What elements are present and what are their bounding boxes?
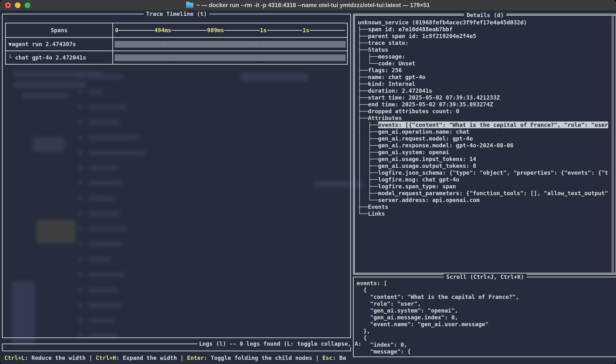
details-line[interactable]: ├──trace state: — [358, 39, 608, 46]
details-line[interactable]: ├──start time: 2025-05-02 07:39:33.42123… — [358, 94, 608, 101]
statusbar-keybind: Esc — [322, 355, 333, 361]
right-column: Details (d) unknown_service (01968fefb4a… — [353, 14, 616, 364]
timeline-dash-line — [309, 30, 345, 31]
details-panel[interactable]: Details (d) unknown_service (01968fefb4a… — [353, 14, 616, 275]
scroll-json-content[interactable]: events: [ { "content": "What is the capi… — [354, 277, 616, 356]
details-line[interactable]: │ ├──gen_ai.usage.output_tokens: 8 — [358, 162, 608, 169]
details-line[interactable]: │ ├──model_request_parameters: {"functio… — [358, 190, 608, 197]
logs-panel[interactable]: Logs (l) -- 0 logs found (L: toggle coll… — [2, 343, 351, 351]
status-bar: Ctrl+L: Reduce the width | Ctrl+H: Expan… — [2, 354, 351, 361]
span-row[interactable]: └ chat gpt-4o 2.472041s — [6, 51, 347, 64]
span-row[interactable]: ▼agent run 2.474307s — [6, 37, 347, 51]
details-line[interactable]: ├──name: chat gpt-4o — [358, 74, 608, 80]
timeline-tick: 494ms — [154, 27, 171, 34]
details-line[interactable]: │ └──code: Unset — [358, 60, 608, 67]
details-line[interactable]: ├──Status — [358, 46, 608, 53]
details-line[interactable]: ├──duration: 2.472041s — [358, 87, 608, 94]
traffic-lights — [5, 2, 30, 8]
details-line-selected[interactable]: │ ├──events: [{"content": "What is the c… — [358, 121, 608, 128]
left-column: Trace Timeline (t) Spans 0494ms989ms1s1s… — [2, 14, 351, 364]
titlebar[interactable]: ~ — docker run --rm -it -p 4318:4318 --n… — [0, 0, 616, 10]
terminal-window: ~ — docker run --rm -it -p 4318:4318 --n… — [0, 0, 616, 364]
close-button[interactable] — [5, 2, 11, 8]
details-line[interactable]: └──Links — [358, 210, 608, 217]
timeline-dash-line — [224, 30, 260, 31]
spans-table-header: Spans 0494ms989ms1s1s — [6, 23, 347, 37]
details-line[interactable]: │ ├──gen_ai.response.model: gpt-4o-2024-… — [358, 142, 608, 149]
details-line[interactable]: │ ├──gen_ai.operation.name: chat — [358, 128, 608, 135]
details-line[interactable]: │ ├──logfire.span_type: span — [358, 183, 608, 190]
folder-icon — [186, 3, 193, 8]
zoom-button[interactable] — [25, 2, 30, 8]
span-rows: ▼agent run 2.474307s└ chat gpt-4o 2.4720… — [6, 37, 347, 64]
details-line[interactable]: │ └──server.address: api.openai.com — [358, 197, 608, 204]
details-line[interactable]: │ ├──message: — [358, 53, 608, 60]
details-line[interactable]: ├──dropped attributes count: 0 — [358, 108, 608, 115]
scroll-panel-title: Scroll (Ctrl+J, Ctrl+K) — [444, 273, 527, 280]
window-title: ~ — docker run --rm -it -p 4318:4318 --n… — [196, 0, 430, 10]
details-line[interactable]: │ ├──gen_ai.usage.input_tokens: 14 — [358, 156, 608, 162]
details-line[interactable]: unknown_service (01968fefb4acec3f9fef17e… — [358, 19, 608, 26]
minimize-button[interactable] — [15, 2, 21, 8]
span-label: ▼agent run 2.474307s — [8, 41, 76, 48]
scroll-panel[interactable]: Scroll (Ctrl+J, Ctrl+K) events: [ { "con… — [353, 277, 616, 357]
timeline-dash-line — [171, 30, 207, 31]
statusbar-keybind: Ctrl+L — [4, 355, 25, 361]
details-line[interactable]: │ ├──logfire.msg: chat gpt-4o — [358, 176, 608, 183]
trace-timeline-panel[interactable]: Trace Timeline (t) Spans 0494ms989ms1s1s… — [2, 14, 351, 338]
spans-table: Spans 0494ms989ms1s1s ▼agent run 2.47430… — [5, 23, 348, 65]
logs-panel-title: Logs (l) -- 0 logs found (L: toggle coll… — [198, 340, 363, 347]
timeline-scale: 0494ms989ms1s1s — [113, 27, 347, 34]
details-line[interactable]: ├──parent span id: 1c8f219204e2f4e5 — [358, 33, 608, 39]
details-line[interactable]: ├──end time: 2025-05-02 07:39:35.893274Z — [358, 101, 608, 108]
details-panel-title: Details (d) — [464, 12, 506, 19]
span-duration-bar — [115, 54, 346, 61]
statusbar-keybind: Enter — [187, 355, 204, 361]
details-line[interactable]: ├──span id: e7e10d488eab7bbf — [358, 26, 608, 33]
details-scrollbar[interactable] — [612, 16, 614, 272]
timeline-tick: 989ms — [207, 27, 224, 34]
timeline-dash-line — [267, 30, 302, 31]
span-label: └ chat gpt-4o 2.472041s — [8, 54, 86, 61]
details-line[interactable]: ├──Events — [358, 204, 608, 210]
timeline-dash-line — [119, 30, 154, 31]
timeline-tick: 0 — [115, 27, 118, 34]
details-line[interactable]: ├──kind: Internal — [358, 80, 608, 87]
details-line[interactable]: │ ├──logfire.json_schema: {"type": "obje… — [358, 169, 608, 176]
window-title-group: ~ — docker run --rm -it -p 4318:4318 --n… — [186, 0, 430, 10]
details-tree[interactable]: unknown_service (01968fefb4acec3f9fef17e… — [355, 16, 616, 273]
span-duration-bar — [115, 41, 346, 48]
timeline-tick: 1s — [260, 27, 267, 34]
details-line[interactable]: ├──flags: 256 — [358, 67, 608, 74]
timeline-tick: 1s — [302, 27, 309, 34]
spans-column-header: Spans — [6, 23, 112, 37]
details-line[interactable]: │ ├──gen_ai.request.model: gpt-4o — [358, 135, 608, 142]
details-line[interactable]: ├──Attributes — [358, 115, 608, 121]
trace-timeline-title: Trace Timeline (t) — [144, 11, 209, 17]
terminal-content: Trace Timeline (t) Spans 0494ms989ms1s1s… — [0, 10, 616, 364]
details-line[interactable]: │ ├──gen_ai.system: openai — [358, 149, 608, 156]
statusbar-keybind: Ctrl+H — [96, 355, 116, 361]
